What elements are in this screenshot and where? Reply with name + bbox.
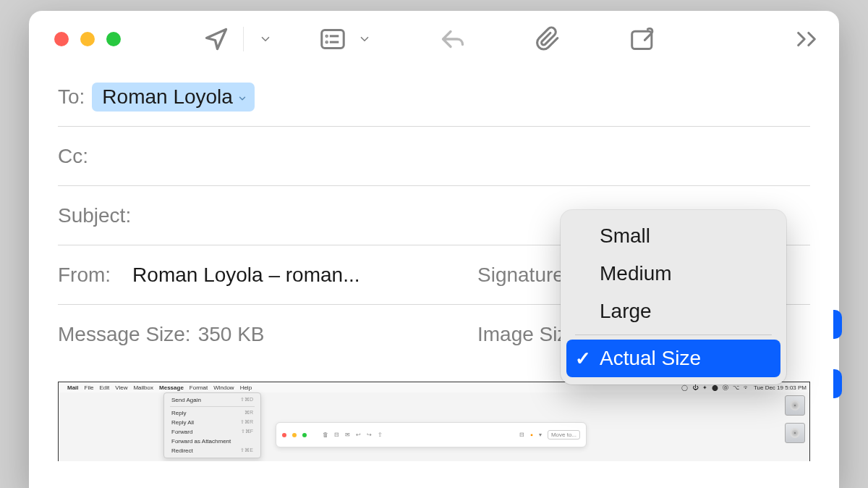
- paperclip-icon: [536, 25, 561, 53]
- send-button[interactable]: [198, 25, 234, 54]
- recipient-chip[interactable]: Roman Loyola: [92, 83, 255, 112]
- ctx-item: Forward as Attachment: [164, 437, 260, 446]
- ctx-item: Reply All⇧⌘R: [164, 418, 260, 427]
- image-size-option-small[interactable]: Small: [566, 217, 780, 255]
- recipient-name: Roman Loyola: [102, 85, 233, 109]
- mini-menu-item: Mailbox: [133, 384, 153, 391]
- mini-menu-item: Message: [159, 384, 184, 391]
- attach-button[interactable]: [530, 25, 566, 54]
- from-label: From:: [58, 264, 111, 287]
- mini-clock: Tue Dec 19 5:03 PM: [754, 384, 807, 391]
- signature-dropdown-edge: [833, 310, 842, 339]
- mini-status-icon: ⬤: [712, 384, 718, 391]
- markup-icon: [630, 26, 658, 52]
- cc-field-row[interactable]: Cc:: [58, 127, 810, 186]
- disk-icon: [785, 423, 805, 443]
- image-size-option-large[interactable]: Large: [566, 293, 780, 330]
- mini-icon: ↩: [356, 432, 361, 438]
- mini-icon: 🗑: [323, 432, 328, 438]
- mini-menu-item: Mail: [67, 384, 79, 391]
- more-button[interactable]: [788, 25, 825, 54]
- to-label: To:: [58, 85, 85, 109]
- header-fields-dropdown[interactable]: [354, 25, 375, 54]
- chevron-down-icon: [237, 85, 247, 109]
- message-size-label: Message Size:: [58, 323, 191, 346]
- ctx-item: Forward⇧⌘F: [164, 427, 260, 437]
- image-size-dropdown-edge: [833, 369, 842, 398]
- ctx-item: Redirect⇧⌘E: [164, 446, 260, 455]
- subject-label: Subject:: [58, 204, 131, 227]
- close-window-button[interactable]: [54, 32, 69, 46]
- attachment-preview: Mail File Edit View Mailbox Message Form…: [58, 382, 810, 461]
- svg-rect-0: [322, 30, 344, 49]
- mini-status-icon: ◯: [681, 384, 688, 391]
- image-size-option-medium[interactable]: Medium: [566, 255, 780, 293]
- traffic-lights: [54, 32, 121, 46]
- markup-button[interactable]: [626, 25, 662, 54]
- mini-status-icon: ✦: [702, 384, 707, 391]
- mini-status-icon: ⓐ: [723, 384, 728, 392]
- header-fields-button[interactable]: [316, 25, 349, 54]
- mini-status-icon: ⏻: [692, 384, 698, 391]
- svg-rect-5: [632, 31, 652, 49]
- mini-icon: ✉: [345, 432, 350, 438]
- from-value[interactable]: Roman Loyola – roman...: [132, 264, 359, 287]
- to-field-row[interactable]: To: Roman Loyola: [58, 67, 810, 127]
- image-size-menu: Small Medium Large Actual Size: [561, 210, 786, 384]
- mini-menu-item: Help: [240, 384, 252, 391]
- send-icon: [203, 26, 229, 52]
- mini-icon: ▾: [539, 432, 542, 438]
- format-icon: [320, 28, 346, 51]
- mini-menu-item: File: [85, 384, 94, 391]
- mini-status-icon: ᯤ: [744, 384, 749, 391]
- mini-min-icon: [292, 433, 297, 437]
- zoom-window-button[interactable]: [106, 32, 121, 46]
- svg-point-1: [326, 35, 327, 36]
- mini-context-menu: Send Again⇧⌘D Reply⌘R Reply All⇧⌘R Forwa…: [163, 392, 261, 458]
- mini-status-icon: ⌥: [733, 384, 739, 391]
- mini-menu-item: Window: [213, 384, 234, 391]
- cc-label: Cc:: [58, 145, 88, 168]
- send-options-dropdown[interactable]: [252, 25, 278, 54]
- mini-mail-window: 🗑 ⊟ ✉ ↩ ↪ ⇪ ⊟ ▪ ▾ Move to...: [276, 422, 587, 447]
- mini-icon: ↪: [367, 432, 372, 438]
- chevron-down-icon: [259, 33, 272, 46]
- mini-menu-item: Format: [190, 384, 208, 391]
- chevron-down-icon: [358, 33, 371, 46]
- chevrons-right-icon: [794, 30, 819, 48]
- image-size-option-actual[interactable]: Actual Size: [566, 340, 780, 377]
- mini-icon: ⊟: [334, 432, 339, 438]
- svg-point-3: [326, 41, 327, 42]
- ctx-item: Send Again⇧⌘D: [164, 395, 260, 405]
- menu-separator: [575, 335, 772, 335]
- divider: [243, 27, 244, 51]
- mini-icon: ⊟: [519, 432, 524, 438]
- mini-zoom-icon: [302, 433, 307, 437]
- signature-label: Signature:: [477, 264, 570, 287]
- reply-icon: [439, 26, 467, 52]
- mini-close-icon: [282, 433, 286, 437]
- reply-button[interactable]: [435, 25, 471, 54]
- minimize-window-button[interactable]: [80, 32, 95, 46]
- message-size-value: 350 KB: [198, 323, 265, 346]
- disk-icon: [785, 395, 805, 416]
- mini-menu-item: View: [115, 384, 127, 391]
- toolbar: [29, 11, 839, 67]
- mini-icon: ⇪: [378, 432, 383, 438]
- mini-move-to: Move to...: [548, 430, 580, 439]
- mini-menu-item: Edit: [99, 384, 109, 391]
- mini-flag-icon: ▪: [530, 431, 533, 439]
- ctx-item: Reply⌘R: [164, 408, 260, 418]
